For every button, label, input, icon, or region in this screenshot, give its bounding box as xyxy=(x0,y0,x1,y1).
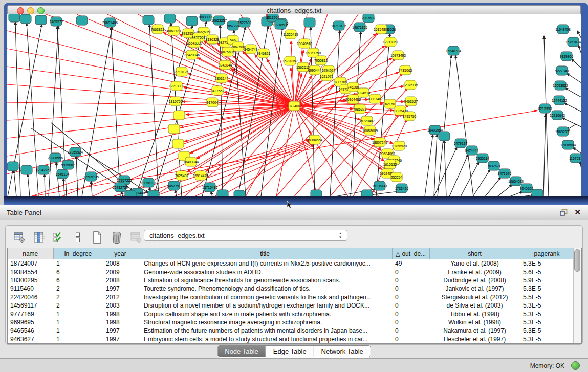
network-node[interactable]: 16154808 xyxy=(374,25,389,34)
network-node[interactable] xyxy=(304,18,315,27)
network-node[interactable] xyxy=(439,132,450,141)
cell-name[interactable]: 19384554 xyxy=(8,268,53,276)
cell-out_de[interactable]: 0 xyxy=(392,285,429,293)
cell-name[interactable]: 9115460 xyxy=(8,285,53,293)
cell-out_de[interactable]: 0 xyxy=(392,310,429,318)
cell-title[interactable]: Estimation of the future numbers of pati… xyxy=(138,326,392,335)
network-node[interactable]: 15751074 xyxy=(565,37,581,47)
network-node[interactable] xyxy=(35,15,47,25)
network-node[interactable]: 20691406 xyxy=(102,18,118,27)
network-node[interactable]: 9474444 xyxy=(465,146,479,155)
import-table-button[interactable] xyxy=(129,231,143,244)
cell-pagerank[interactable]: 5.3E-5 xyxy=(520,285,574,293)
network-node[interactable] xyxy=(143,15,154,25)
network-node[interactable]: 16648784 xyxy=(446,46,461,55)
cell-out_de[interactable]: 0 xyxy=(392,293,429,301)
cell-in_degree[interactable]: 6 xyxy=(53,268,103,276)
network-node[interactable]: 17359924 xyxy=(68,147,83,157)
memory-status-indicator[interactable] xyxy=(571,361,580,370)
network-node[interactable]: 16210643 xyxy=(550,111,565,120)
network-node[interactable] xyxy=(234,190,245,196)
cell-out_de[interactable]: 0 xyxy=(392,276,429,285)
network-node[interactable]: 12213967 xyxy=(383,37,398,47)
cell-short[interactable]: Hescheler et al. (1997) xyxy=(429,335,520,343)
network-node[interactable]: 1733426 xyxy=(395,184,409,193)
network-node[interactable]: 19384554 xyxy=(307,135,322,144)
table-row[interactable]: 1872400712008Changes of HCN gene express… xyxy=(8,259,574,268)
network-node[interactable]: 15720407 xyxy=(359,116,375,125)
cell-name[interactable]: 9777169 xyxy=(8,310,53,318)
network-node[interactable]: 8427552 xyxy=(211,86,225,95)
cell-year[interactable]: 2008 xyxy=(103,259,138,268)
network-node[interactable]: 15692971 xyxy=(555,127,571,136)
network-node[interactable]: 9227343 xyxy=(555,66,569,75)
network-node[interactable]: 2405572 xyxy=(50,17,63,26)
network-node[interactable] xyxy=(217,190,228,196)
cell-name[interactable]: 18724007 xyxy=(8,259,53,268)
network-node[interactable]: 15136141 xyxy=(372,181,387,190)
cell-title[interactable]: Tourette syndrome. Phenomenology and cla… xyxy=(138,285,392,293)
network-node[interactable]: 8495750 xyxy=(403,112,417,121)
table-row[interactable]: 1938455462009Genome-wide association stu… xyxy=(8,268,574,276)
cell-year[interactable]: 2009 xyxy=(103,268,138,276)
network-node[interactable]: 15220357 xyxy=(282,56,298,65)
network-node[interactable]: 9463627 xyxy=(404,97,418,106)
network-hub-node[interactable]: 18724007 xyxy=(287,101,302,111)
close-panel-icon[interactable]: ✕ xyxy=(574,208,581,217)
cell-short[interactable]: Jankovic et al. (1997) xyxy=(429,285,520,293)
cell-name[interactable]: 9699695 xyxy=(8,318,53,326)
network-node[interactable]: 14671355 xyxy=(352,23,367,32)
tab-network-table[interactable]: Network Table xyxy=(314,346,371,357)
network-node[interactable]: 62160 xyxy=(384,99,396,108)
cell-short[interactable]: Tibbo et al. (1998) xyxy=(429,310,520,318)
network-node[interactable]: 8215953 xyxy=(538,104,552,113)
cell-year[interactable]: 2008 xyxy=(103,276,138,285)
network-node[interactable] xyxy=(173,111,185,120)
network-node[interactable]: 19756928 xyxy=(391,141,407,150)
network-node[interactable]: 16914479 xyxy=(193,171,208,180)
network-node[interactable]: 8860123 xyxy=(167,26,181,35)
cell-title[interactable]: Genome-wide association studies in ADHD. xyxy=(138,268,392,276)
cell-year[interactable]: 2012 xyxy=(103,293,138,301)
cell-short[interactable]: Stergiakouli et al. (2012) xyxy=(429,293,520,301)
network-node[interactable]: 6479137 xyxy=(454,139,468,148)
network-node[interactable]: 9242844 xyxy=(219,60,232,70)
network-node[interactable]: 9329966 xyxy=(560,52,574,61)
network-node[interactable]: 8186328 xyxy=(206,35,220,44)
cell-out_de[interactable]: 0 xyxy=(392,318,429,326)
network-node[interactable] xyxy=(164,14,176,23)
network-node[interactable] xyxy=(168,124,180,134)
network-node[interactable]: 17016504 xyxy=(560,140,576,149)
float-panel-icon[interactable] xyxy=(560,209,568,216)
cell-title[interactable]: Structural magnetic resonance image aver… xyxy=(138,318,392,326)
cell-name[interactable]: 9465546 xyxy=(8,326,53,335)
network-node[interactable]: 16543382 xyxy=(187,38,202,48)
network-node[interactable]: 9975887 xyxy=(61,160,75,169)
network-node[interactable]: 1615132 xyxy=(383,160,397,169)
network-node[interactable] xyxy=(20,14,31,24)
cell-year[interactable]: 1998 xyxy=(103,310,138,318)
network-node[interactable]: 11548408 xyxy=(555,25,571,34)
cell-short[interactable]: Dudbridge et al. (2008) xyxy=(429,276,520,285)
network-node[interactable]: 11325419 xyxy=(283,30,298,39)
network-node[interactable]: 252254 xyxy=(391,172,403,182)
cell-in_degree[interactable]: 6 xyxy=(53,276,103,285)
network-node[interactable]: 7632621 xyxy=(487,161,501,170)
network-node[interactable]: 1167533 xyxy=(569,154,581,163)
network-node[interactable]: 9146821 xyxy=(257,49,271,58)
network-node[interactable]: 10719135 xyxy=(331,21,346,30)
column-header-in_degree[interactable]: in_degree xyxy=(53,248,103,259)
cell-out_de[interactable]: 0 xyxy=(392,326,429,335)
network-node[interactable]: 8471676 xyxy=(498,169,512,178)
cell-out_de[interactable]: 49 xyxy=(392,259,429,268)
table-scrollbar-thumb[interactable] xyxy=(574,249,580,272)
network-node[interactable]: 1621072 xyxy=(320,72,334,81)
tab-node-table[interactable]: Node Table xyxy=(217,346,266,357)
network-node[interactable] xyxy=(311,190,322,196)
cell-name[interactable]: 14569117 xyxy=(8,301,53,310)
network-node[interactable]: 2718126 xyxy=(175,67,189,76)
network-node[interactable]: 7485063 xyxy=(399,65,412,75)
resize-grip[interactable] xyxy=(574,189,580,195)
cell-in_degree[interactable]: 1 xyxy=(53,335,103,343)
network-node[interactable]: 10688609 xyxy=(362,126,378,135)
